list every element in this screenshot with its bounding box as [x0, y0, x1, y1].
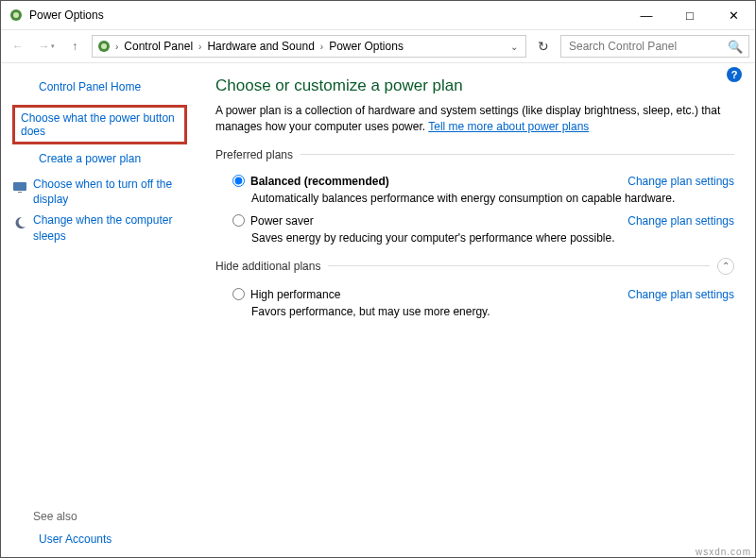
plan-high-performance: High performance Change plan settings Fa…: [232, 288, 734, 318]
maximize-button[interactable]: □: [668, 1, 712, 29]
sidebar-link-user-accounts[interactable]: User Accounts: [33, 529, 195, 550]
sleep-icon: [12, 215, 27, 230]
control-panel-home-link[interactable]: Control Panel Home: [33, 76, 195, 97]
breadcrumb-item[interactable]: Hardware and Sound: [205, 40, 316, 53]
display-off-icon: [12, 179, 27, 194]
breadcrumb-item[interactable]: Control Panel: [122, 40, 195, 53]
plan-radio-saver[interactable]: [232, 214, 245, 227]
svg-point-1: [13, 12, 19, 18]
change-plan-settings-link[interactable]: Change plan settings: [627, 288, 734, 301]
page-description: A power plan is a collection of hardware…: [215, 103, 734, 135]
preferred-plans-header: Preferred plans: [215, 148, 734, 165]
sidebar-link-create-plan[interactable]: Create a power plan: [33, 148, 195, 169]
breadcrumb-item[interactable]: Power Options: [327, 40, 405, 53]
svg-rect-5: [18, 192, 22, 193]
plan-name: High performance: [250, 288, 340, 301]
sidebar-link-power-button[interactable]: Choose what the power button does: [21, 111, 179, 138]
chevron-right-icon: ›: [197, 42, 203, 52]
plan-name: Balanced (recommended): [250, 175, 389, 188]
back-button[interactable]: ←: [7, 35, 29, 58]
minimize-button[interactable]: ―: [625, 1, 668, 29]
hide-plans-header[interactable]: Hide additional plans ⌃: [215, 258, 734, 279]
plan-desc: Saves energy by reducing your computer's…: [251, 231, 734, 245]
main-panel: Choose or customize a power plan A power…: [195, 63, 755, 557]
close-button[interactable]: ✕: [712, 1, 755, 29]
see-also-label: See also: [33, 510, 195, 523]
power-options-icon: [9, 8, 24, 23]
svg-point-3: [101, 43, 107, 49]
plan-balanced: Balanced (recommended) Change plan setti…: [232, 175, 734, 205]
learn-more-link[interactable]: Tell me more about power plans: [428, 120, 589, 133]
refresh-button[interactable]: ↻: [532, 35, 555, 58]
plan-name: Power saver: [250, 214, 314, 228]
search-icon[interactable]: 🔍: [728, 40, 743, 54]
window: Power Options ― □ ✕ ← →▾ ↑ › Control Pan…: [0, 0, 756, 558]
svg-rect-4: [13, 182, 26, 191]
sidebar-link-display-off[interactable]: Choose when to turn off the display: [33, 177, 195, 207]
window-buttons: ― □ ✕: [625, 1, 755, 29]
search-input[interactable]: [567, 39, 722, 54]
plan-radio-balanced[interactable]: [232, 175, 245, 187]
content-area: Control Panel Home Choose what the power…: [1, 63, 755, 557]
chevron-right-icon: ›: [113, 42, 120, 52]
plan-radio-high[interactable]: [232, 288, 245, 300]
plan-power-saver: Power saver Change plan settings Saves e…: [232, 214, 734, 245]
titlebar: Power Options ― □ ✕: [1, 1, 755, 29]
nav-toolbar: ← →▾ ↑ › Control Panel › Hardware and So…: [1, 29, 755, 63]
change-plan-settings-link[interactable]: Change plan settings: [627, 214, 734, 228]
plan-desc: Automatically balances performance with …: [251, 192, 734, 205]
chevron-right-icon: ›: [318, 42, 325, 52]
help-icon[interactable]: ?: [727, 67, 742, 82]
search-box[interactable]: 🔍: [560, 35, 749, 58]
page-heading: Choose or customize a power plan: [215, 76, 734, 95]
collapse-icon[interactable]: ⌃: [717, 258, 734, 275]
address-dropdown[interactable]: ⌄: [507, 42, 522, 52]
sidebar: Control Panel Home Choose what the power…: [1, 63, 195, 557]
highlighted-box: Choose what the power button does: [12, 105, 187, 144]
up-button[interactable]: ↑: [63, 35, 86, 58]
watermark: wsxdn.com: [696, 547, 751, 557]
address-bar[interactable]: › Control Panel › Hardware and Sound › P…: [92, 35, 526, 58]
plan-desc: Favors performance, but may use more ene…: [251, 305, 734, 318]
change-plan-settings-link[interactable]: Change plan settings: [627, 175, 734, 188]
sidebar-link-sleep[interactable]: Change when the computer sleeps: [33, 212, 195, 243]
power-options-icon: [96, 39, 112, 54]
forward-button[interactable]: →▾: [35, 35, 58, 58]
window-title: Power Options: [29, 8, 104, 22]
